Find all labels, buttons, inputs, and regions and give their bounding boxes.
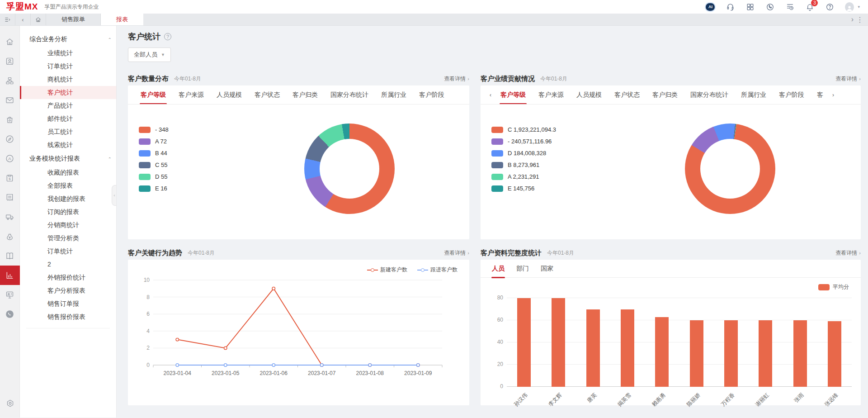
- donut-chart-customer-count[interactable]: [304, 124, 395, 214]
- chart-tab[interactable]: 客户等级: [134, 86, 172, 104]
- org-structure-icon[interactable]: [0, 71, 20, 90]
- sidebar-item[interactable]: 订单统计: [20, 245, 116, 258]
- sidebar-item[interactable]: 分销商统计: [20, 218, 116, 232]
- sidebar-item[interactable]: 订单统计: [20, 60, 116, 73]
- chart-tab[interactable]: 客户状态: [608, 86, 646, 104]
- chart-tab[interactable]: 客户来源: [532, 86, 570, 104]
- legend-item[interactable]: 新建客户数: [367, 266, 407, 274]
- tab-menu-icon[interactable]: ⋮: [856, 15, 863, 24]
- settings-gear-icon[interactable]: [0, 394, 20, 413]
- sidebar-item[interactable]: 业绩统计: [20, 47, 116, 60]
- bar[interactable]: [655, 317, 669, 387]
- chart-tab[interactable]: 国家: [535, 259, 559, 278]
- chart-tab[interactable]: 人员规模: [210, 86, 248, 104]
- money-bag-icon[interactable]: [0, 227, 20, 246]
- bar[interactable]: [621, 309, 634, 387]
- contacts-icon[interactable]: [0, 52, 20, 71]
- bar[interactable]: [759, 320, 772, 387]
- bar[interactable]: [793, 320, 807, 387]
- legend-item[interactable]: - 348: [139, 126, 241, 133]
- personnel-filter-dropdown[interactable]: 全部人员▼: [128, 48, 171, 62]
- sidebar-group-header[interactable]: 综合业务分析⌃: [20, 32, 116, 47]
- sidebar-item[interactable]: 客户统计: [20, 86, 116, 99]
- nav-back-icon[interactable]: ‹: [15, 14, 31, 25]
- sidebar-item[interactable]: 外销报价统计: [20, 271, 116, 284]
- target-a-icon[interactable]: A: [0, 149, 20, 168]
- sidebar-item[interactable]: 销售订单报: [20, 297, 116, 310]
- whatsapp-module-icon[interactable]: [0, 304, 20, 324]
- view-detail-link[interactable]: 查看详情›: [444, 75, 469, 83]
- legend-item[interactable]: 跟进客户数: [417, 266, 458, 274]
- chart-tab[interactable]: 客户归类: [646, 86, 684, 104]
- chart-tab[interactable]: 客户阶段: [413, 86, 451, 104]
- sidebar-item[interactable]: 员工统计: [20, 125, 116, 138]
- sidebar-collapse-handle[interactable]: ‹: [112, 185, 117, 206]
- user-avatar[interactable]: [845, 2, 854, 11]
- chart-tab[interactable]: 客: [811, 86, 830, 104]
- chart-tab[interactable]: 客户状态: [248, 86, 286, 104]
- sidebar-toggle-icon[interactable]: [0, 14, 15, 25]
- tabs-scroll-left-icon[interactable]: ‹: [487, 92, 494, 98]
- notification-bell-icon[interactable]: 3: [805, 2, 814, 11]
- sidebar-item[interactable]: 线索统计: [20, 138, 116, 152]
- sidebar-item[interactable]: 客户分析报表: [20, 284, 116, 297]
- receipt-icon[interactable]: [0, 188, 20, 207]
- chart-tab[interactable]: 所属行业: [735, 86, 773, 104]
- chart-tab[interactable]: 所属行业: [375, 86, 413, 104]
- chart-tab[interactable]: 客户阶段: [773, 86, 811, 104]
- sidebar-item[interactable]: 2: [20, 258, 116, 271]
- help-icon[interactable]: [825, 2, 834, 11]
- home-icon[interactable]: [0, 32, 20, 52]
- bar-chart-profile-completeness[interactable]: 020406080: [507, 298, 852, 387]
- compass-icon[interactable]: [0, 129, 20, 149]
- legend-item[interactable]: A 2,231,291: [491, 173, 610, 180]
- donut-chart-customer-performance[interactable]: [685, 124, 775, 214]
- bar[interactable]: [724, 320, 738, 387]
- bar[interactable]: [517, 298, 531, 387]
- view-detail-link[interactable]: 查看详情›: [835, 75, 861, 83]
- chart-tab[interactable]: 人员规模: [570, 86, 608, 104]
- chart-tab[interactable]: 人员: [486, 259, 510, 278]
- apps-grid-icon[interactable]: [745, 2, 755, 11]
- presentation-icon[interactable]: [0, 285, 20, 304]
- legend-item[interactable]: C 55: [139, 162, 241, 168]
- sidebar-item[interactable]: 产品统计: [20, 99, 116, 112]
- bar[interactable]: [828, 321, 841, 387]
- logistics-truck-icon[interactable]: [0, 207, 20, 227]
- sidebar-item[interactable]: 订阅的报表: [20, 205, 116, 218]
- bar[interactable]: [552, 298, 565, 387]
- chart-tab[interactable]: 国家分布统计: [684, 86, 735, 104]
- document-tab[interactable]: 报表: [101, 14, 143, 25]
- chart-tab[interactable]: 客户来源: [172, 86, 210, 104]
- legend-item[interactable]: E 145,756: [491, 185, 610, 192]
- sidebar-item[interactable]: 全部报表: [20, 179, 116, 192]
- legend-item[interactable]: D 184,008,328: [491, 150, 610, 157]
- sidebar-item[interactable]: 销售报价报表: [20, 310, 116, 323]
- sidebar-item[interactable]: 商机统计: [20, 73, 116, 86]
- view-detail-link[interactable]: 查看详情›: [444, 249, 469, 257]
- mail-icon[interactable]: [0, 90, 20, 110]
- reports-chart-icon[interactable]: [0, 266, 20, 285]
- sidebar-item[interactable]: 我创建的报表: [20, 192, 116, 205]
- whatsapp-icon[interactable]: [765, 2, 774, 11]
- chart-tab[interactable]: 部门: [510, 259, 535, 278]
- headset-icon[interactable]: [726, 2, 735, 11]
- chart-tab[interactable]: 国家分布统计: [324, 86, 375, 104]
- legend-item[interactable]: A 72: [139, 138, 241, 145]
- bar[interactable]: [586, 309, 600, 387]
- bar[interactable]: [690, 320, 703, 387]
- tab-scroll-right-icon[interactable]: ›: [851, 15, 854, 24]
- legend-item[interactable]: C 1,923,221,094.3: [491, 126, 610, 133]
- legend-item[interactable]: B 8,273,961: [491, 162, 610, 168]
- avatar-caret-icon[interactable]: ▾: [858, 5, 860, 9]
- nav-home-icon[interactable]: [31, 14, 46, 25]
- document-tab[interactable]: 销售跟单: [46, 14, 101, 25]
- legend-item[interactable]: D 55: [139, 173, 241, 180]
- finance-clipboard-icon[interactable]: $: [0, 168, 20, 188]
- task-log-icon[interactable]: [785, 2, 794, 11]
- knowledge-book-icon[interactable]: [0, 246, 20, 266]
- legend-item[interactable]: - 240,571,116.96: [491, 138, 610, 145]
- view-detail-link[interactable]: 查看详情›: [835, 249, 861, 257]
- sidebar-item[interactable]: 管理分析类: [20, 232, 116, 245]
- sidebar-group-header[interactable]: 业务模块统计报表⌃: [20, 152, 116, 166]
